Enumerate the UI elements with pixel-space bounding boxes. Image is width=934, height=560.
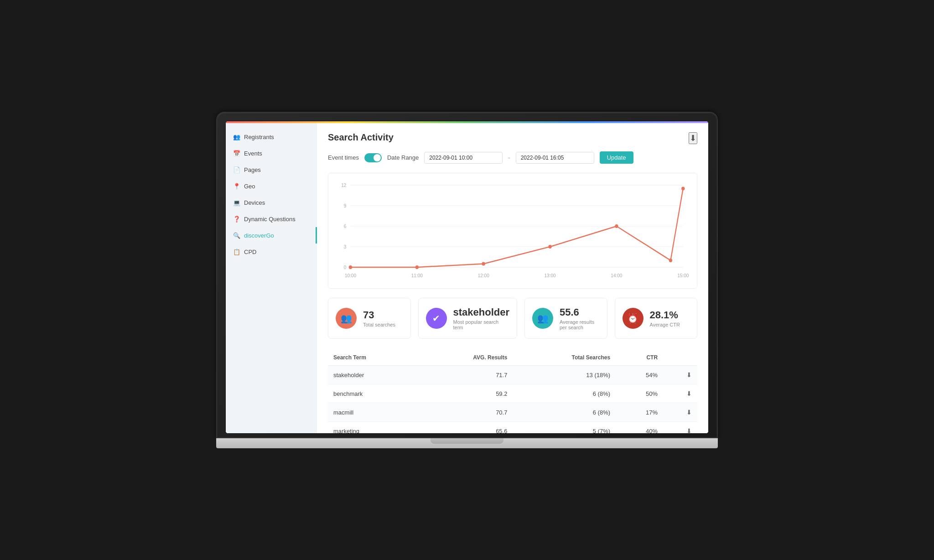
svg-point-17 (415, 265, 419, 269)
col-total-searches: Total Searches (513, 350, 616, 366)
sidebar-label-geo: Geo (244, 183, 255, 190)
svg-point-19 (548, 245, 551, 249)
registrants-icon: 👥 (233, 133, 240, 140)
popular-term-icon: ✔ (426, 308, 447, 329)
total-searches-label: Total searches (363, 322, 395, 327)
stat-card-avg-results: 👥 55.6 Average results per search (524, 298, 607, 339)
popular-term-label: Most popular search term (453, 319, 510, 330)
sidebar-item-pages[interactable]: 📄 Pages (226, 161, 317, 178)
svg-point-20 (615, 224, 618, 228)
date-end-input[interactable] (516, 152, 594, 164)
stats-row: 👥 73 Total searches ✔ stakeholder Most p… (328, 298, 697, 339)
search-terms-table: Search Term AVG. Results Total Searches … (328, 350, 697, 433)
sidebar-label-cpd: CPD (244, 249, 256, 255)
svg-text:14:00: 14:00 (611, 273, 622, 279)
cell-total-searches: 5 (7%) (513, 422, 616, 433)
discovergo-icon: 🔍 (233, 232, 240, 239)
app-layout: 👥 Registrants 📅 Events 📄 Pages 📍 Geo (226, 123, 708, 433)
update-button[interactable]: Update (600, 151, 633, 164)
laptop-frame: 👥 Registrants 📅 Events 📄 Pages 📍 Geo (216, 112, 718, 448)
event-times-label: Event times (328, 154, 359, 161)
cell-term: stakeholder (328, 366, 419, 384)
sidebar-label-devices: Devices (244, 199, 265, 206)
date-separator: - (508, 154, 510, 161)
sidebar-item-geo[interactable]: 📍 Geo (226, 178, 317, 194)
sidebar-label-registrants: Registrants (244, 134, 274, 140)
cell-ctr: 50% (616, 384, 663, 403)
events-icon: 📅 (233, 150, 240, 157)
row-download-button[interactable]: ⬇ (686, 390, 692, 397)
page-title: Search Activity (328, 132, 394, 143)
col-ctr: CTR (616, 350, 663, 366)
sidebar-item-discovergo[interactable]: 🔍 discoverGo (226, 227, 317, 244)
table-body: stakeholder 71.7 13 (18%) 54% ⬇ benchmar… (328, 366, 697, 433)
date-start-input[interactable] (424, 152, 503, 164)
filter-row: Event times Date Range - Update (328, 151, 697, 164)
svg-text:12: 12 (341, 182, 346, 188)
cell-avg-results: 71.7 (419, 366, 513, 384)
svg-point-16 (349, 265, 352, 269)
cell-avg-results: 65.6 (419, 422, 513, 433)
sidebar-item-registrants[interactable]: 👥 Registrants (226, 129, 317, 145)
svg-text:6: 6 (344, 223, 347, 229)
total-searches-text: 73 Total searches (363, 309, 395, 327)
event-times-toggle[interactable] (364, 153, 382, 162)
col-avg-results: AVG. Results (419, 350, 513, 366)
row-download-button[interactable]: ⬇ (686, 409, 692, 416)
col-search-term: Search Term (328, 350, 419, 366)
table-row: macmill 70.7 6 (8%) 17% ⬇ (328, 403, 697, 422)
table-row: stakeholder 71.7 13 (18%) 54% ⬇ (328, 366, 697, 384)
svg-text:10:00: 10:00 (345, 273, 356, 279)
cell-term: marketing (328, 422, 419, 433)
sidebar-item-events[interactable]: 📅 Events (226, 145, 317, 161)
sidebar-label-discovergo: discoverGo (244, 232, 274, 239)
total-searches-value: 73 (363, 309, 395, 321)
stat-card-avg-ctr: ⏰ 28.1% Average CTR (615, 298, 698, 339)
svg-text:9: 9 (344, 203, 347, 209)
cell-download: ⬇ (663, 422, 697, 433)
dynamic-questions-icon: ❓ (233, 215, 240, 223)
cell-term: benchmark (328, 384, 419, 403)
avg-results-text: 55.6 Average results per search (560, 306, 600, 330)
cell-total-searches: 6 (8%) (513, 403, 616, 422)
avg-results-icon: 👥 (532, 308, 553, 329)
avg-ctr-label: Average CTR (650, 322, 680, 327)
screen: 👥 Registrants 📅 Events 📄 Pages 📍 Geo (225, 121, 709, 434)
row-download-button[interactable]: ⬇ (686, 371, 692, 379)
cell-ctr: 40% (616, 422, 663, 433)
cell-avg-results: 59.2 (419, 384, 513, 403)
screen-bezel: 👥 Registrants 📅 Events 📄 Pages 📍 Geo (216, 112, 718, 438)
chart-container: 12 9 6 3 0 10:00 11:00 12:00 13:00 14:00… (328, 173, 697, 289)
pages-icon: 📄 (233, 166, 240, 173)
svg-text:0: 0 (344, 264, 347, 270)
download-button[interactable]: ⬇ (689, 132, 697, 144)
table-row: marketing 65.6 5 (7%) 40% ⬇ (328, 422, 697, 433)
row-download-button[interactable]: ⬇ (686, 427, 692, 433)
cell-ctr: 17% (616, 403, 663, 422)
svg-point-18 (482, 262, 485, 266)
cell-ctr: 54% (616, 366, 663, 384)
cell-total-searches: 13 (18%) (513, 366, 616, 384)
date-range-label: Date Range (387, 154, 419, 161)
sidebar-item-cpd[interactable]: 📋 CPD (226, 244, 317, 260)
popular-term-value: stakeholder (453, 306, 510, 318)
cell-avg-results: 70.7 (419, 403, 513, 422)
svg-text:13:00: 13:00 (545, 273, 556, 279)
sidebar-label-pages: Pages (244, 166, 261, 173)
sidebar-item-dynamic-questions[interactable]: ❓ Dynamic Questions (226, 211, 317, 227)
svg-point-22 (681, 187, 685, 191)
avg-ctr-icon: ⏰ (623, 308, 643, 329)
svg-text:11:00: 11:00 (411, 273, 423, 279)
svg-point-21 (669, 259, 672, 262)
sidebar-item-devices[interactable]: 💻 Devices (226, 194, 317, 211)
geo-icon: 📍 (233, 182, 240, 190)
sidebar: 👥 Registrants 📅 Events 📄 Pages 📍 Geo (226, 123, 317, 433)
cell-download: ⬇ (663, 366, 697, 384)
laptop-base (216, 438, 718, 448)
table-header: Search Term AVG. Results Total Searches … (328, 350, 697, 366)
svg-text:3: 3 (344, 244, 347, 250)
cpd-icon: 📋 (233, 248, 240, 255)
table-row: benchmark 59.2 6 (8%) 50% ⬇ (328, 384, 697, 403)
cell-download: ⬇ (663, 403, 697, 422)
devices-icon: 💻 (233, 199, 240, 206)
